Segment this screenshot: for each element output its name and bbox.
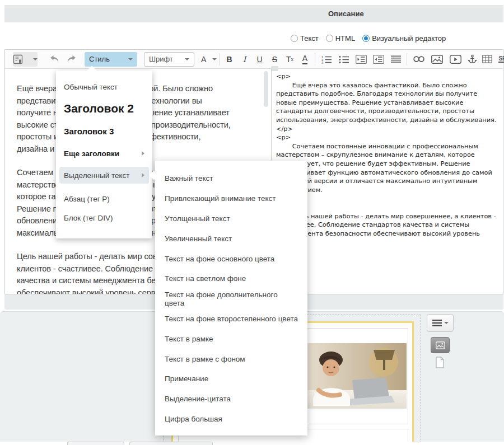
underline-button[interactable]: U [252,53,267,66]
insert-table-button[interactable] [479,53,495,66]
clear-formatting-label: T [286,55,291,64]
menu-item-label: Еще заголовки [64,149,119,158]
font-size-button[interactable]: A [201,53,217,66]
editor-mode-switch: Текст HTML Визуальный редактор [291,34,446,43]
insert-image-button[interactable] [428,53,446,66]
ordered-list-button[interactable]: 123 [318,53,335,66]
submenu-item-light-bg-text[interactable]: Текст на светлом фоне [155,269,307,289]
chevron-down-icon [185,58,189,60]
chevron-down-icon [212,58,217,60]
bottom-button-partial[interactable] [129,442,213,445]
submenu-arrow-icon [142,173,144,177]
mode-text[interactable]: Текст [291,34,319,43]
style-menu-item-highlighted-text[interactable]: Выделенный текст [59,167,149,184]
style-dropdown-menu: Обычный текст Заголовок 2 Заголовок 3 Ещ… [56,71,152,238]
link-icon [413,55,425,63]
style-menu-item-heading2[interactable]: Заголовок 2 [56,101,152,116]
undo-icon [49,55,60,63]
undo-button[interactable] [49,53,60,65]
hamburger-icon [432,320,442,326]
redo-button[interactable] [66,53,77,65]
radio-icon[interactable] [326,35,333,42]
block-menu-button[interactable] [427,314,454,332]
submenu-item-important-text[interactable]: Важный текст [155,168,307,189]
submenu-item-quote[interactable]: Выделение-цитата [155,389,307,409]
seo-label: SEO [498,55,504,63]
mode-html[interactable]: HTML [326,34,355,43]
image-icon [431,55,443,64]
mode-text-label: Текст [300,34,319,43]
file-type-button[interactable] [435,357,445,368]
font-dropdown[interactable]: Шрифт [144,52,194,67]
radio-checked-icon[interactable] [362,35,370,42]
templates-button[interactable] [13,52,38,67]
italic-button[interactable]: I [237,53,252,66]
anchor-button[interactable] [465,53,479,66]
outdent-button[interactable] [370,53,387,66]
submenu-item-thick-text[interactable]: Утолщенный текст [155,209,307,229]
video-icon [450,55,461,64]
file-icon [435,357,445,368]
submenu-item-primary-bg-text[interactable]: Текст на фоне основного цвета [155,249,307,269]
clear-formatting-button[interactable]: Tx [282,53,297,66]
field-title: Описание [328,10,364,18]
image-type-button[interactable] [431,337,450,353]
submenu-item-framed-text[interactable]: Текст в рамке [155,329,307,349]
scrollbar-thumb[interactable] [264,71,268,107]
mode-html-label: HTML [335,34,355,43]
menu-item-label: Выделенный текст [64,171,129,180]
template-icon [13,54,23,64]
style-menu-item-paragraph[interactable]: Абзац (тег P) [56,194,152,205]
insert-video-button[interactable] [446,53,465,66]
submenu-item-attention-text[interactable]: Привлекающий внимание текст [155,189,307,209]
submenu-item-secondary-bg-text[interactable]: Текст на фоне второстепенного цвета [155,309,307,329]
submenu-arrow-icon [142,151,144,156]
strikethrough-button[interactable]: S [267,53,282,66]
submenu-item-big-number[interactable]: Цифра большая [155,409,307,429]
outdent-icon [373,55,384,64]
text-color-button[interactable]: A [297,53,312,66]
radio-icon[interactable] [291,35,298,42]
style-dropdown[interactable]: Стиль [85,52,137,67]
clear-formatting-sub: x [291,57,294,62]
text-color-label: A [302,54,307,64]
toolbar-separator [315,53,315,65]
indent-button[interactable] [352,53,370,66]
mode-visual-label: Визуальный редактор [372,34,446,43]
submenu-item-note[interactable]: Примечание [155,369,307,389]
submenu-item-additional-bg-text[interactable]: Текст на фоне дополнительного цвета [155,289,307,309]
justify-button[interactable] [387,53,404,66]
editor-toolbar: Стиль Шрифт A B I U S Tx A 123 [5,50,503,69]
image-icon [436,341,445,349]
chevron-down-icon [128,58,133,60]
style-dropdown-label: Стиль [89,55,110,63]
style-menu-item-heading3[interactable]: Заголовок 3 [56,125,152,138]
bottom-button-partial[interactable] [67,442,124,445]
chevron-down-icon [33,58,38,60]
toolbar-separator [407,53,407,65]
style-menu-item-block-div[interactable]: Блок (тег DIV) [56,213,152,224]
redo-icon [66,55,77,63]
field-header-bar [4,5,503,22]
submenu-item-framed-bg-text[interactable]: Текст в рамке с фоном [155,349,307,369]
style-menu-item-more-headings[interactable]: Еще заголовки [56,148,152,159]
link-button[interactable] [409,53,428,66]
highlighted-text-submenu: Важный текст Привлекающий внимание текст… [155,161,307,435]
bold-button[interactable]: B [222,53,237,66]
seo-button[interactable]: SEO [496,53,504,66]
chevron-down-icon [444,322,449,324]
ordered-list-icon: 123 [321,55,332,64]
table-icon [482,55,492,63]
toolbar-separator [219,53,220,65]
svg-text:3: 3 [321,60,324,64]
justify-icon [390,55,402,64]
submenu-item-enlarged-text[interactable]: Увеличенный текст [155,228,307,249]
mode-visual[interactable]: Визуальный редактор [362,34,446,43]
style-menu-item-normal-text[interactable]: Обычный текст [56,82,152,93]
bullet-list-icon [338,55,349,64]
anchor-icon [468,54,477,64]
font-dropdown-label: Шрифт [149,55,173,63]
indent-icon [356,55,367,64]
font-size-label: A [201,55,206,64]
bullet-list-button[interactable] [335,53,352,66]
